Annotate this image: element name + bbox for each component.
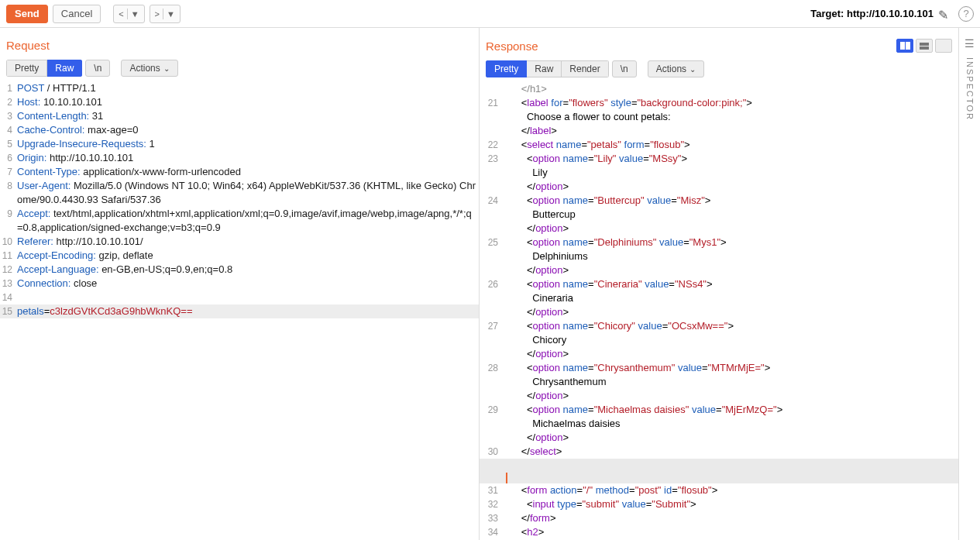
prev-button[interactable]: <▼ [113, 5, 144, 23]
edit-target-icon[interactable] [938, 8, 951, 20]
send-button[interactable]: Send [6, 5, 48, 23]
target-url: http://10.10.10.101 [847, 8, 934, 19]
cancel-button[interactable]: Cancel [53, 5, 101, 23]
layout-toggle [896, 39, 952, 53]
response-view-tabs: Pretty Raw Render [486, 60, 609, 77]
response-pane: Response Pretty Raw Render \n Actions⌄ [480, 28, 958, 540]
raw-tab[interactable]: Raw [527, 60, 562, 77]
actions-menu[interactable]: Actions⌄ [121, 60, 177, 77]
request-title: Request [6, 39, 50, 52]
layout-single-icon[interactable] [935, 39, 952, 53]
render-tab[interactable]: Render [562, 60, 608, 77]
next-button[interactable]: >▼ [150, 5, 181, 23]
request-view-tabs: Pretty Raw [6, 60, 82, 77]
help-icon[interactable]: ? [958, 6, 974, 22]
inspector-label: INSPECTOR [965, 57, 975, 121]
request-pane: Request Pretty Raw \n Actions⌄ 1POST / H… [0, 28, 480, 540]
settings-icon[interactable]: ☰ [965, 37, 975, 50]
actions-menu[interactable]: Actions⌄ [648, 60, 704, 77]
wrap-toggle[interactable]: \n [85, 60, 110, 77]
target-label: Target: http://10.10.10.101 [810, 8, 934, 19]
wrap-toggle[interactable]: \n [612, 60, 637, 77]
top-toolbar: Send Cancel <▼ >▼ Target: http://10.10.1… [0, 0, 980, 28]
pretty-tab[interactable]: Pretty [6, 60, 47, 77]
pretty-tab[interactable]: Pretty [486, 60, 527, 77]
response-title: Response [486, 40, 538, 53]
raw-tab[interactable]: Raw [47, 60, 82, 77]
response-viewer[interactable]: </h1>21 <label for="flowers" style="back… [480, 82, 958, 540]
inspector-rail[interactable]: ☰ INSPECTOR [958, 28, 980, 540]
layout-rows-icon[interactable] [916, 39, 933, 53]
layout-columns-icon[interactable] [896, 39, 913, 53]
request-editor[interactable]: 1POST / HTTP/1.12Host: 10.10.10.1013Cont… [0, 81, 479, 540]
